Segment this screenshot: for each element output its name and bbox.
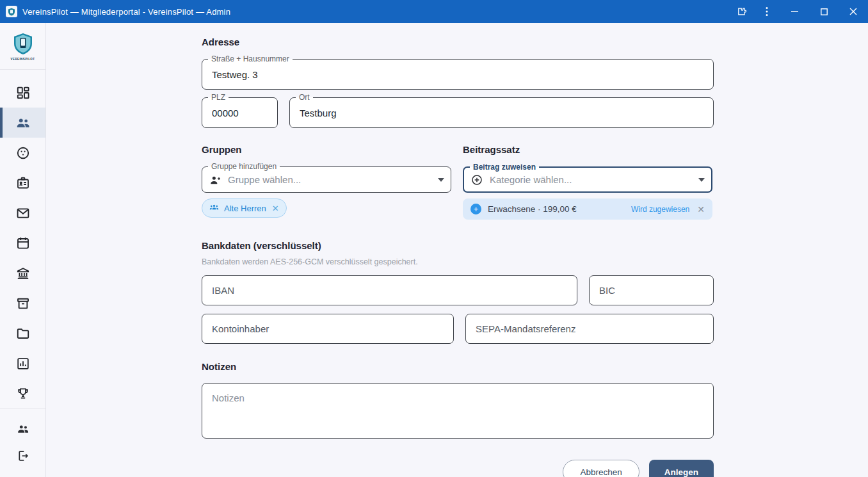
ball-icon [15, 145, 31, 161]
plz-field: PLZ [202, 97, 278, 128]
menu-kebab-icon[interactable] [754, 0, 780, 23]
submit-button[interactable]: Anlegen [649, 460, 714, 477]
notes-textarea[interactable] [202, 384, 713, 438]
sepa-field [465, 314, 714, 344]
iban-input[interactable] [202, 276, 577, 305]
street-label: Straße + Hausnummer [208, 54, 293, 64]
people-icon [15, 115, 31, 131]
sidebar-item-calendar[interactable] [0, 228, 45, 258]
group-chip-label: Alte Herren [224, 204, 266, 213]
fee-select-label: Beitrag zuweisen [470, 163, 539, 172]
users-icon [16, 422, 30, 436]
maximize-button[interactable] [809, 0, 839, 23]
badge-icon [15, 175, 31, 191]
minimize-button[interactable] [780, 0, 809, 23]
archive-icon [15, 296, 31, 311]
section-heading-address: Adresse [202, 36, 239, 47]
member-form: Adresse Straße + Hausnummer PLZ Ort Grup… [202, 23, 714, 477]
bic-field [589, 275, 714, 305]
chevron-down-icon [438, 178, 444, 182]
add-circle-icon: + [470, 204, 481, 214]
groups-icon [209, 202, 220, 214]
bank-icon [15, 266, 31, 281]
sidebar-item-logout[interactable] [0, 442, 45, 469]
bar-chart-icon [15, 356, 31, 371]
sidebar-item-members[interactable] [0, 108, 45, 138]
section-heading-groups: Gruppen [202, 144, 242, 155]
close-icon[interactable]: ✕ [697, 204, 705, 214]
fee-select[interactable]: Beitrag zuweisen [463, 166, 712, 193]
sidebar: VEREINSPILOT [0, 23, 46, 477]
ort-label: Ort [296, 93, 313, 102]
sidebar-item-finance[interactable] [0, 258, 45, 288]
account-holder-input[interactable] [202, 314, 453, 343]
bic-input[interactable] [590, 276, 713, 305]
fee-assignment-status: Wird zugewiesen [631, 205, 689, 214]
logo-text: VEREINSPILOT [11, 58, 35, 61]
sidebar-item-mail[interactable] [0, 198, 45, 228]
group-chip[interactable]: Alte Herren ✕ [202, 198, 287, 218]
bank-encryption-note: Bankdaten werden AES-256-GCM verschlüsse… [202, 257, 418, 266]
chevron-down-icon [698, 178, 705, 182]
plz-label: PLZ [208, 93, 229, 102]
close-icon[interactable]: ✕ [272, 204, 279, 213]
app-icon [6, 6, 17, 17]
sidebar-item-users[interactable] [0, 416, 45, 442]
calendar-icon [15, 236, 31, 251]
fee-assignment-label: Erwachsene · 199,00 € [488, 204, 631, 214]
sidebar-bottom [0, 408, 45, 477]
mail-icon [15, 206, 31, 221]
folder-icon [15, 326, 31, 341]
dashboard-icon [15, 85, 31, 101]
trophy-icon [15, 386, 31, 401]
window-title: VereinsPilot — Mitgliederportal - Verein… [22, 7, 230, 17]
close-button[interactable] [839, 0, 868, 23]
sidebar-item-sports[interactable] [0, 138, 45, 168]
ort-field: Ort [289, 97, 714, 128]
sidebar-nav [0, 70, 45, 408]
sidebar-item-dashboard[interactable] [0, 77, 45, 108]
sepa-input[interactable] [466, 314, 713, 343]
title-bar: VereinsPilot — Mitgliederportal - Verein… [0, 0, 868, 23]
fee-assignment: + Erwachsene · 199,00 € Wird zugewiesen … [463, 198, 712, 220]
ort-input[interactable] [290, 98, 713, 127]
add-circle-icon [470, 174, 483, 186]
logout-icon [16, 449, 30, 463]
sidebar-item-documents[interactable] [0, 318, 45, 348]
person-add-icon [209, 174, 221, 186]
account-holder-field [202, 314, 454, 344]
main-content: Adresse Straße + Hausnummer PLZ Ort Grup… [46, 23, 868, 477]
notes-field [202, 383, 714, 439]
app-logo: VEREINSPILOT [0, 23, 45, 70]
sidebar-item-reports[interactable] [0, 348, 45, 378]
cancel-button[interactable]: Abbrechen [563, 460, 639, 477]
group-select[interactable]: Gruppe hinzufügen [202, 166, 451, 193]
sidebar-item-archive[interactable] [0, 288, 45, 318]
section-heading-bank: Bankdaten (verschlüsselt) [202, 240, 321, 251]
section-heading-fee: Beitragssatz [463, 144, 520, 155]
sidebar-item-member-card[interactable] [0, 168, 45, 198]
sidebar-item-trophies[interactable] [0, 378, 45, 408]
section-heading-notes: Notizen [202, 361, 236, 372]
extensions-icon[interactable] [728, 0, 754, 23]
street-field: Straße + Hausnummer [202, 59, 714, 90]
group-select-label: Gruppe hinzufügen [208, 162, 280, 172]
form-actions: Abbrechen Anlegen [202, 460, 714, 477]
iban-field [202, 275, 577, 305]
